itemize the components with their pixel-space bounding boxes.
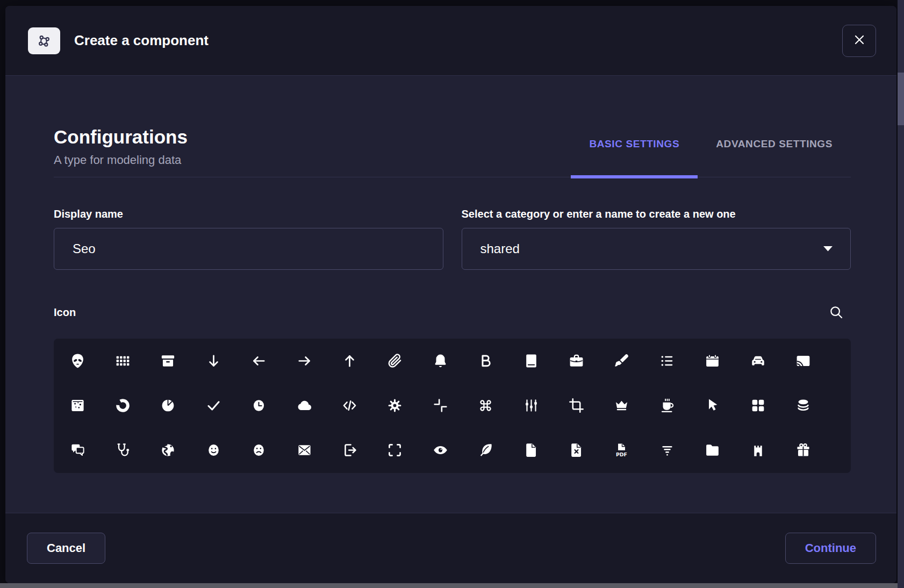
icon-option-database[interactable] [790,392,816,419]
component-icon [28,27,60,54]
icon-option-expand[interactable] [382,437,408,464]
icon-option-earth[interactable] [155,437,182,464]
icon-option-arrowRight[interactable] [291,347,318,374]
icon-option-emotionUnhappy[interactable] [246,437,272,464]
page-background-strip [0,583,898,588]
tab-basic-settings[interactable]: BASIC SETTINGS [571,138,698,177]
icon-option-cast[interactable] [790,347,816,374]
icon-option-apps[interactable] [110,347,137,374]
icon-search-button[interactable] [828,304,844,320]
modal-header: Create a component [5,6,896,76]
icon-option-attachment[interactable] [382,347,408,374]
section-header: Configurations A type for modeling data … [54,125,851,177]
page-subtitle: A type for modeling data [54,153,188,177]
tab-advanced-settings[interactable]: ADVANCED SETTINGS [698,138,851,177]
icon-option-discuss[interactable] [64,437,91,464]
display-name-field-group: Display name [54,207,443,270]
icon-option-arrowLeft[interactable] [246,347,272,374]
icon-option-filter[interactable] [654,437,680,464]
section-titles: Configurations A type for modeling data [54,125,188,177]
cancel-button[interactable]: Cancel [27,533,105,564]
category-field-group: Select a category or enter a name to cre… [462,207,851,270]
close-button[interactable] [842,25,876,57]
icon-option-crop[interactable] [563,392,590,419]
icon-option-clock[interactable] [246,392,272,419]
display-name-label: Display name [54,207,443,220]
icon-option-crown[interactable] [608,392,635,419]
continue-button[interactable]: Continue [785,533,876,564]
icon-option-folder[interactable] [699,437,726,464]
icon-option-brush[interactable] [608,347,635,374]
settings-tabs: BASIC SETTINGS ADVANCED SETTINGS [571,138,851,177]
icon-option-car[interactable] [744,347,771,374]
create-component-modal: Create a component Configurations A type… [5,6,896,583]
icon-picker-label: Icon [54,306,76,319]
category-select-value: shared [480,241,520,256]
icon-grid: PDF [54,339,851,473]
icon-option-chartPie[interactable] [155,392,182,419]
page-scrollbar-thumb[interactable] [898,73,904,125]
icon-option-dashboard[interactable] [744,392,771,419]
icon-option-alien[interactable] [64,347,91,374]
icon-option-connector[interactable] [518,392,544,419]
icon-option-briefcase[interactable] [563,347,590,374]
icon-option-cloud[interactable] [291,392,318,419]
icon-option-filePdf[interactable]: PDF [608,437,635,464]
icon-option-cog[interactable] [382,392,408,419]
icon-option-chartBubble[interactable] [64,392,91,419]
close-icon [852,33,866,48]
icon-option-gift[interactable] [790,437,816,464]
icon-option-check[interactable] [200,392,227,419]
icon-option-envelop[interactable] [291,437,318,464]
search-icon [828,304,844,320]
icon-option-cup[interactable] [654,392,680,419]
modal-footer: Cancel Continue [5,513,896,583]
icon-option-bold[interactable] [472,347,499,374]
caret-down-icon [821,241,835,256]
icon-picker-header: Icon [54,304,851,320]
icon-option-archive[interactable] [155,347,182,374]
icon-option-bulletList[interactable] [654,347,680,374]
category-label: Select a category or enter a name to cre… [462,207,851,220]
icon-option-code[interactable] [336,392,363,419]
icon-option-gate[interactable] [744,437,771,464]
icon-option-arrowDown[interactable] [200,347,227,374]
icon-option-feather[interactable] [472,437,499,464]
modal-body: Configurations A type for modeling data … [5,76,896,513]
icon-option-calendar[interactable] [699,347,726,374]
icon-option-exit[interactable] [336,437,363,464]
icon-option-collapse[interactable] [427,392,454,419]
icon-option-book[interactable] [518,347,544,374]
icon-option-command[interactable] [472,392,499,419]
form-grid: Display name Select a category or enter … [54,207,851,270]
category-select[interactable]: shared [462,228,851,270]
icon-option-emotionHappy[interactable] [200,437,227,464]
icon-option-file[interactable] [518,437,544,464]
display-name-input[interactable] [54,228,443,270]
modal-title: Create a component [74,32,209,49]
svg-text:PDF: PDF [616,451,627,457]
icon-option-arrowUp[interactable] [336,347,363,374]
page-title: Configurations [54,125,188,149]
icon-option-eye[interactable] [427,437,454,464]
icon-option-chartCircle[interactable] [110,392,137,419]
icon-option-cursor[interactable] [699,392,726,419]
icon-option-fileError[interactable] [563,437,590,464]
icon-option-doctor[interactable] [110,437,137,464]
icon-option-bell[interactable] [427,347,454,374]
